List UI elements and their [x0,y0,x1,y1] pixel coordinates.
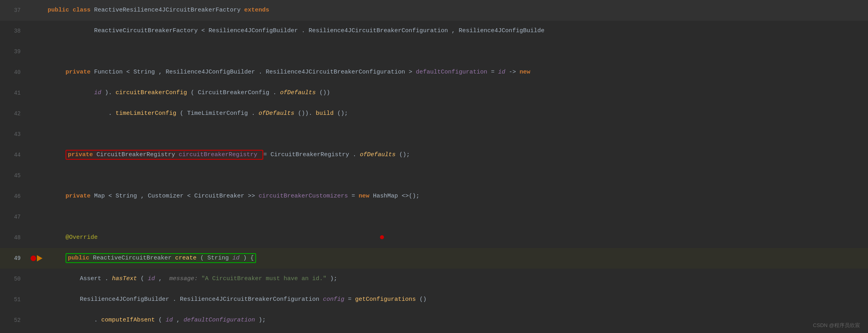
table-row: 41 id ). circuitBreakerConfig ( CircuitB… [0,83,868,103]
line-number: 52 [0,317,29,323]
field: id [94,89,101,96]
keyword: new [519,69,530,76]
classname: Resilience4JCircuitBreakerConfiguration [180,296,319,303]
line-number: 39 [0,48,29,55]
line-content: Assert . hasText ( id , message: "A Circ… [44,269,868,289]
keyword: private [68,151,96,158]
plain: > [409,69,416,76]
plain: < [187,193,191,199]
plain: <>(); [401,193,419,199]
field: id [166,317,173,323]
green-highlight-box: public ReactiveCircuitBreaker create ( S… [66,253,256,263]
classname: String [133,69,155,76]
field: id [148,275,155,282]
plain: . [94,317,98,323]
keyword: public [68,255,93,261]
plain: ) { [243,255,254,261]
classname: CircuitBreakerConfig [198,89,269,96]
table-row: 40 private Function < String , Resilienc… [0,62,868,83]
line-content: @Override [44,227,868,248]
plain: < [126,69,130,76]
plain: = [263,151,270,158]
line-content: ReactiveCircuitBreakerFactory < Resilien… [44,21,868,41]
classname: Resilience4JConfigBuilder [80,296,169,303]
line-number: 49 [0,255,29,261]
method: hasText [112,275,137,282]
table-row: 52 . computeIfAbsent ( id , defaultConfi… [0,310,868,331]
line-number: 40 [0,69,29,76]
line-content [44,41,868,62]
classname: Resilience4JCircuitBreakerConfiguration [309,27,448,34]
classname: Function [94,69,123,76]
table-row: 50 Assert . hasText ( id , message: "A C… [0,269,868,289]
field: config [323,296,344,303]
plain: ); [330,275,337,282]
field: defaultConfiguration [416,69,487,76]
line-content [44,124,868,145]
table-row: 49 public ReactiveCircuitBreaker create … [0,248,868,269]
plain: < [201,27,205,34]
method: getConfigurations [355,296,416,303]
red-highlight-box: private CircuitBreakerRegistry circuitBr… [66,150,263,160]
keyword: public class [48,7,91,14]
table-row: 51 Resilience4JConfigBuilder . Resilienc… [0,289,868,310]
line-content [44,165,868,186]
annotation: @Override [66,234,98,241]
line-number: 51 [0,296,29,303]
line-number: 41 [0,90,29,96]
line-number: 48 [0,234,29,241]
classname: ReactiveResilience4JCircuitBreakerFactor… [94,7,244,14]
line-content: Resilience4JConfigBuilder . Resilience4J… [44,289,868,310]
method: ofDefaults [258,110,294,117]
plain: . [301,27,305,34]
table-row: 47 [0,207,868,227]
line-content [44,207,868,227]
field: circuitBreakerCustomizers [258,193,348,199]
execution-arrow [37,255,42,261]
table-row: 38 ReactiveCircuitBreakerFactory < Resil… [0,21,868,41]
plain: -> [509,69,519,76]
keyword: new [359,193,373,199]
keyword: private [66,69,94,76]
classname: String [116,193,137,199]
line-content: private Map < String , Customizer < Circ… [44,186,868,207]
breakpoint-dot[interactable] [31,256,36,261]
line-content: id ). circuitBreakerConfig ( CircuitBrea… [44,83,868,103]
table-row: 43 [0,124,868,145]
table-row: 45 [0,165,868,186]
plain: (); [337,110,348,117]
plain: ( [200,255,204,261]
table-row: 53 return new ReactiveResilience4JCircui… [0,331,868,333]
field: defaultConfiguration [183,317,255,323]
string-literal: "A CircuitBreaker must have an id." [201,275,326,282]
plain: . [273,89,276,96]
line-content: . computeIfAbsent ( id , defaultConfigur… [44,310,868,331]
table-row: 48 @Override [0,227,868,248]
plain: ()) [319,89,330,96]
line-content: public ReactiveCircuitBreaker create ( S… [44,248,868,269]
plain: = [491,69,498,76]
classname: Customizer [148,193,183,199]
watermark: CSDN @程序员欣宸 [813,322,860,329]
line-content: return new ReactiveResilience4JCircuitBr… [44,331,868,333]
method: computeIfAbsent [101,317,155,323]
plain: , [176,317,183,323]
classname: HashMap [373,193,398,199]
table-row: 42 . timeLimiterConfig ( TimeLimiterConf… [0,103,868,124]
plain: ( [158,317,162,323]
method: ofDefaults [280,89,316,96]
line-number: 46 [0,193,29,199]
classname: Resilience4JConfigBuilde [459,27,544,34]
method: ofDefaults [360,151,395,158]
classname: String [207,255,229,261]
comment: message: [169,275,198,282]
code-editor: 37 public class ReactiveResilience4JCirc… [0,0,868,333]
plain: . [105,275,108,282]
classname: CircuitBreakerRegistry [96,151,175,158]
classname: CircuitBreakerRegistry [270,151,349,158]
table-row: 46 private Map < String , Customizer < C… [0,186,868,207]
plain: ( [180,110,183,117]
classname: Resilience4JCircuitBreakerConfiguration [266,69,405,76]
table-row: 37 public class ReactiveResilience4JCirc… [0,0,868,21]
classname: CircuitBreaker [194,193,244,199]
